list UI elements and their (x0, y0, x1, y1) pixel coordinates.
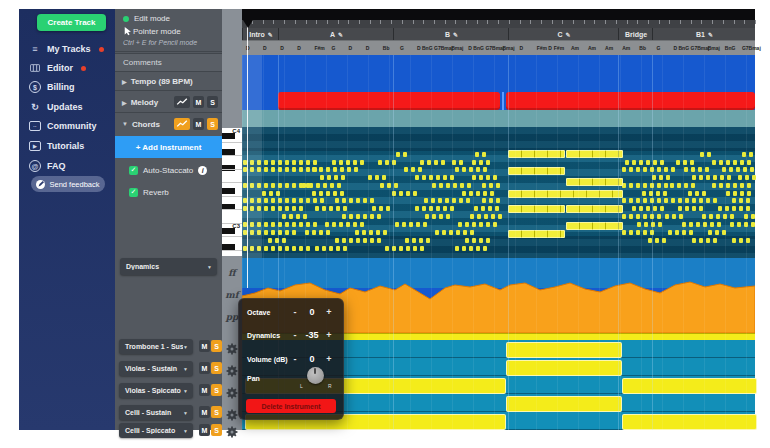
note-dash[interactable] (342, 198, 346, 203)
lane-note-bar[interactable] (622, 414, 757, 430)
chord-label[interactable]: Bmaj (503, 45, 515, 51)
note-dash[interactable] (420, 160, 424, 165)
note-dash[interactable] (306, 160, 310, 165)
add-instrument-button[interactable]: + Add Instrument (115, 136, 222, 158)
note-dash[interactable] (441, 160, 445, 165)
note-dash[interactable] (339, 222, 343, 227)
note-dash[interactable] (264, 167, 268, 172)
melody-region-bar[interactable] (278, 92, 500, 110)
note-dash[interactable] (706, 238, 710, 243)
sustain-note[interactable] (508, 150, 565, 158)
note-dash[interactable] (746, 206, 750, 211)
note-dash[interactable] (727, 175, 731, 180)
chord-label[interactable]: Am (571, 45, 579, 51)
volume-decrement-button[interactable]: - (289, 354, 301, 364)
note-dash[interactable] (356, 238, 360, 243)
section-b[interactable]: B✎ (393, 28, 509, 40)
note-dash[interactable] (482, 152, 486, 157)
tempo-row[interactable]: ▶ Tempo (89 BPM) (115, 72, 222, 90)
note-dash[interactable] (436, 206, 440, 211)
note-dash[interactable] (491, 214, 495, 219)
note-dash[interactable] (476, 246, 480, 251)
note-dash[interactable] (655, 238, 659, 243)
note-dash[interactable] (651, 222, 655, 227)
note-dash[interactable] (622, 214, 626, 219)
note-dash[interactable] (632, 160, 636, 165)
chord-label[interactable]: D (366, 45, 370, 51)
instrument-select-5[interactable]: Celli - Spiccato▼ (119, 423, 193, 438)
note-dash[interactable] (636, 198, 640, 203)
chord-label[interactable]: D (349, 45, 353, 51)
melody-automation-icon[interactable] (174, 96, 190, 108)
note-dash[interactable] (699, 238, 703, 243)
note-dash[interactable] (285, 230, 289, 235)
note-dash[interactable] (650, 198, 654, 203)
note-dash[interactable] (377, 238, 381, 243)
note-dash[interactable] (305, 230, 309, 235)
note-dash[interactable] (489, 198, 493, 203)
note-dash[interactable] (643, 214, 647, 219)
note-dash[interactable] (685, 198, 689, 203)
note-dash[interactable] (299, 160, 303, 165)
note-dash[interactable] (749, 152, 753, 157)
note-dash[interactable] (320, 198, 324, 203)
note-dash[interactable] (250, 160, 254, 165)
note-dash[interactable] (742, 152, 746, 157)
note-dash[interactable] (292, 198, 296, 203)
instrument-mute-button[interactable]: M (199, 384, 210, 396)
note-dash[interactable] (695, 191, 699, 196)
note-dash[interactable] (420, 246, 424, 251)
note-dash[interactable] (423, 222, 427, 227)
note-dash[interactable] (418, 167, 422, 172)
note-dash[interactable] (450, 206, 454, 211)
note-dash[interactable] (285, 222, 289, 227)
note-dash[interactable] (663, 191, 667, 196)
dynamics-dropdown[interactable]: Dynamics ▼ (120, 258, 217, 275)
instrument-mute-button[interactable]: M (199, 362, 210, 374)
note-dash[interactable] (639, 160, 643, 165)
instrument-solo-button[interactable]: S (211, 384, 222, 396)
instrument-select-3[interactable]: Violas - Spiccato▼ (119, 383, 193, 398)
note-dash[interactable] (326, 167, 330, 172)
note-dash[interactable] (449, 230, 453, 235)
note-dash[interactable] (689, 222, 693, 227)
note-dash[interactable] (644, 222, 648, 227)
chord-label[interactable]: D BnG (468, 45, 484, 51)
octave-decrement-button[interactable]: - (289, 307, 301, 317)
note-dash[interactable] (411, 167, 415, 172)
note-dash[interactable] (403, 152, 407, 157)
note-dash[interactable] (320, 175, 324, 180)
note-dash[interactable] (718, 206, 722, 211)
note-dash[interactable] (657, 183, 661, 188)
note-dash[interactable] (377, 214, 381, 219)
note-dash[interactable] (733, 183, 737, 188)
note-dash[interactable] (472, 175, 476, 180)
note-dash[interactable] (339, 160, 343, 165)
note-dash[interactable] (493, 175, 497, 180)
edit-section-icon[interactable]: ✎ (268, 31, 273, 38)
note-dash[interactable] (685, 206, 689, 211)
note-dash[interactable] (740, 191, 744, 196)
note-dash[interactable] (363, 238, 367, 243)
chord-label[interactable]: Am (622, 45, 630, 51)
note-dash[interactable] (299, 198, 303, 203)
instrument-select-1[interactable]: Trombone 1 - Susta▼ (119, 339, 193, 354)
note-dash[interactable] (637, 222, 641, 227)
note-dash[interactable] (636, 167, 640, 172)
note-dash[interactable] (360, 160, 364, 165)
note-dash[interactable] (446, 214, 450, 219)
note-dash[interactable] (481, 206, 485, 211)
note-dash[interactable] (671, 167, 675, 172)
note-dash[interactable] (656, 191, 660, 196)
note-dash[interactable] (264, 230, 268, 235)
note-dash[interactable] (353, 160, 357, 165)
note-dash[interactable] (446, 183, 450, 188)
note-dash[interactable] (392, 160, 396, 165)
note-dash[interactable] (679, 214, 683, 219)
note-dash[interactable] (629, 198, 633, 203)
note-dash[interactable] (431, 198, 435, 203)
chord-label[interactable]: F#m (314, 45, 324, 51)
note-dash[interactable] (725, 206, 729, 211)
note-dash[interactable] (455, 246, 459, 251)
note-dash[interactable] (378, 160, 382, 165)
